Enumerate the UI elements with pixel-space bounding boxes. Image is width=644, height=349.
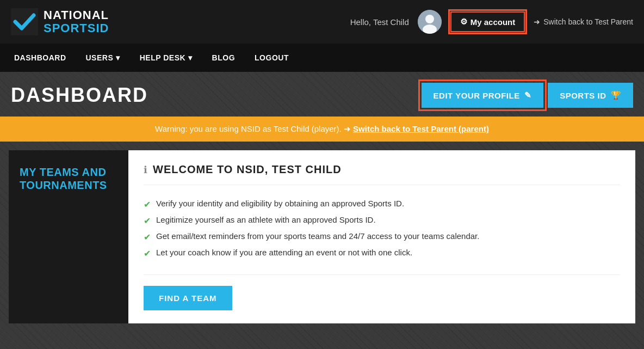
chevron-down-icon: ▾ [188,53,193,62]
info-icon: ℹ [144,164,147,176]
my-account-button[interactable]: ⚙ My account [450,11,525,32]
gear-icon: ⚙ [460,17,467,27]
svg-point-2 [425,15,434,23]
list-item: ✔ Let your coach know if you are attendi… [144,245,620,261]
edit-profile-button[interactable]: EDIT YOUR PROFILE ✎ [422,83,544,108]
avatar [418,10,442,34]
header: NATIONAL SPORTSID Hello, Test Child ⚙ My… [0,0,644,44]
check-icon: ✔ [144,216,151,226]
content-area: MY TEAMS ANDTOURNAMENTS ℹ WELCOME TO NSI… [9,150,635,323]
chevron-down-icon: ▾ [116,53,120,62]
check-icon: ✔ [144,248,151,259]
nav-item-blog[interactable]: BLOG [203,46,244,70]
nav-item-helpdesk[interactable]: HELP DESK ▾ [131,46,201,70]
greeting-text: Hello, Test Child [350,17,409,27]
feature-list: ✔ Verify your identity and eligibility b… [144,196,620,261]
trophy-icon: 🏆 [611,90,622,100]
logo-icon [11,8,38,35]
nav-item-logout[interactable]: LOGOUT [246,46,298,70]
nav-item-users[interactable]: USERS ▾ [77,46,129,70]
warning-banner: Warning: you are using NSID as Test Chil… [0,117,644,142]
nav-item-dashboard[interactable]: DASHBOARD [5,46,75,70]
sports-id-button[interactable]: SPORTS ID 🏆 [548,83,633,108]
logo-text: NATIONAL SPORTSID [44,9,109,35]
switch-back-parent-link[interactable]: Switch back to Test Parent (parent) [353,124,489,133]
welcome-title: WELCOME TO NSID, TEST CHILD [153,163,342,176]
list-item: ✔ Verify your identity and eligibility b… [144,196,620,212]
check-icon: ✔ [144,232,151,242]
page-background: DASHBOARD EDIT YOUR PROFILE ✎ SPORTS ID … [0,72,644,349]
sidebar-item-teams-tournaments[interactable]: MY TEAMS ANDTOURNAMENTS [9,150,128,207]
find-team-button[interactable]: FIND A TEAM [144,286,232,310]
main-content: ℹ WELCOME TO NSID, TEST CHILD ✔ Verify y… [128,150,635,323]
welcome-header: ℹ WELCOME TO NSID, TEST CHILD [144,163,620,185]
list-item: ✔ Get email/text reminders from your spo… [144,229,620,245]
header-action-buttons: EDIT YOUR PROFILE ✎ SPORTS ID 🏆 [422,83,633,108]
page-title: DASHBOARD [11,84,148,107]
switch-icon: ➜ [534,17,540,26]
switch-back-link[interactable]: ➜ Switch back to Test Parent [534,17,633,26]
dashboard-header: DASHBOARD EDIT YOUR PROFILE ✎ SPORTS ID … [0,72,644,117]
sidebar-item-label: MY TEAMS ANDTOURNAMENTS [20,166,117,192]
navigation: DASHBOARD USERS ▾ HELP DESK ▾ BLOG LOGOU… [0,44,644,72]
list-item: ✔ Legitimize yourself as an athlete with… [144,212,620,229]
header-right: Hello, Test Child ⚙ My account ➜ Switch … [350,10,633,34]
sidebar: MY TEAMS ANDTOURNAMENTS [9,150,128,323]
check-icon: ✔ [144,199,151,210]
divider [144,274,620,275]
logo: NATIONAL SPORTSID [11,8,109,35]
edit-icon: ✎ [524,90,532,100]
